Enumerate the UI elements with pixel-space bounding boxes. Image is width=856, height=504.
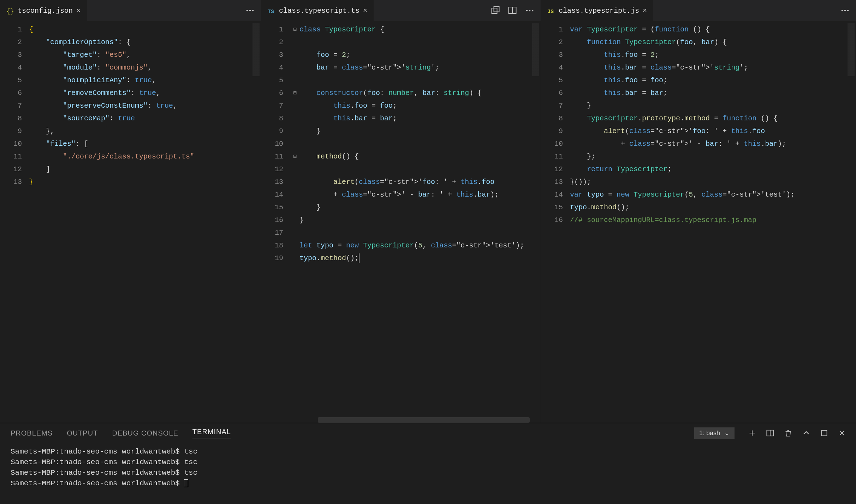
line-gutter: 12345678910111213141516 [541, 21, 570, 423]
minimap[interactable] [532, 23, 539, 129]
more-icon[interactable] [525, 6, 534, 15]
tab-label: class.typescript.ts [279, 7, 359, 15]
tab-actions [245, 6, 261, 15]
code-content[interactable]: var Typescripter = (function () { functi… [570, 21, 856, 423]
panel-tab-terminal[interactable]: TERMINAL [192, 428, 231, 438]
chevron-up-icon[interactable] [802, 429, 810, 437]
tab-class-js[interactable]: JS class.typescript.js × [541, 0, 653, 21]
kill-terminal-icon[interactable] [785, 429, 792, 437]
tab-label: class.typescript.js [559, 7, 639, 15]
svg-text:TS: TS [268, 8, 274, 14]
bottom-panel: PROBLEMS OUTPUT DEBUG CONSOLE TERMINAL 1… [0, 423, 856, 504]
tab-class-ts[interactable]: TS class.typescript.ts × [261, 0, 374, 21]
new-terminal-icon[interactable] [749, 430, 756, 437]
panel-tabbar: PROBLEMS OUTPUT DEBUG CONSOLE TERMINAL 1… [0, 423, 856, 443]
maximize-panel-icon[interactable] [821, 430, 828, 437]
panel-tab-debug[interactable]: DEBUG CONSOLE [112, 429, 178, 437]
panel-actions [749, 429, 845, 437]
code-content[interactable]: { "compilerOptions": { "target": "es5", … [29, 21, 261, 423]
line-gutter: 12345678910111213141516171819 [261, 21, 290, 423]
code-area[interactable]: 12345678910111213 { "compilerOptions": {… [0, 21, 261, 423]
svg-point-2 [249, 10, 251, 12]
svg-point-14 [844, 10, 846, 12]
minimap[interactable] [848, 23, 855, 129]
editor-pane-ts: TS class.typescript.ts × 123456789101112… [261, 0, 541, 423]
tab-tsconfig[interactable]: {} tsconfig.json × [0, 0, 87, 21]
json-icon: {} [6, 7, 14, 14]
editor-group: {} tsconfig.json × 12345678910111213 { "… [0, 0, 856, 423]
svg-point-1 [246, 10, 248, 12]
svg-text:{}: {} [6, 8, 14, 14]
svg-rect-6 [494, 7, 499, 12]
svg-point-13 [842, 10, 843, 12]
editor-pane-js: JS class.typescript.js × 123456789101112… [541, 0, 856, 423]
ts-icon: TS [268, 7, 275, 14]
panel-tab-problems[interactable]: PROBLEMS [11, 429, 53, 437]
svg-rect-20 [822, 431, 827, 436]
terminal-selector[interactable]: 1: bash [694, 427, 735, 439]
tab-actions [840, 6, 856, 15]
split-editor-icon[interactable] [508, 6, 517, 15]
svg-point-9 [526, 10, 528, 12]
svg-point-15 [847, 10, 849, 12]
svg-point-10 [529, 10, 531, 12]
editor-pane-tsconfig: {} tsconfig.json × 12345678910111213 { "… [0, 0, 261, 423]
close-icon[interactable]: × [76, 7, 81, 15]
svg-point-3 [252, 10, 254, 12]
code-content[interactable]: class Typescripter { foo = 2; bar = clas… [299, 21, 541, 423]
more-icon[interactable] [840, 6, 850, 15]
svg-rect-5 [492, 8, 497, 13]
tab-bar: JS class.typescript.js × [541, 0, 856, 21]
tab-actions [491, 6, 541, 15]
tab-bar: TS class.typescript.ts × [261, 0, 541, 21]
js-icon: JS [547, 7, 555, 14]
svg-text:JS: JS [547, 8, 554, 14]
tab-bar: {} tsconfig.json × [0, 0, 261, 21]
code-area[interactable]: 12345678910111213141516171819 ⊟⊟⊟ class … [261, 21, 541, 423]
close-panel-icon[interactable] [838, 430, 845, 437]
diff-icon[interactable] [491, 6, 500, 15]
minimap[interactable] [252, 23, 260, 129]
panel-tab-output[interactable]: OUTPUT [67, 429, 98, 437]
horizontal-scrollbar[interactable] [318, 417, 530, 423]
more-icon[interactable] [245, 6, 255, 15]
close-icon[interactable]: × [363, 7, 367, 15]
close-icon[interactable]: × [643, 7, 647, 15]
tab-label: tsconfig.json [18, 7, 73, 15]
svg-point-11 [532, 10, 534, 12]
fold-gutter[interactable]: ⊟⊟⊟ [290, 21, 299, 423]
terminal-output[interactable]: Samets-MBP:tnado-seo-cms worldwantweb$ t… [0, 443, 856, 504]
line-gutter: 12345678910111213 [0, 21, 29, 423]
code-area[interactable]: 12345678910111213141516 var Typescripter… [541, 21, 856, 423]
split-terminal-icon[interactable] [766, 429, 774, 437]
